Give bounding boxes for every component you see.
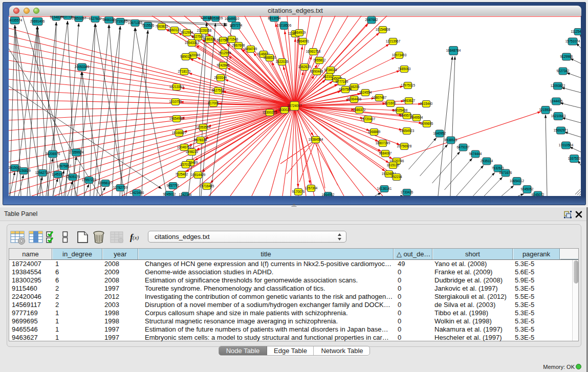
svg-text:10975857: 10975857: [57, 164, 72, 168]
svg-text:10807487: 10807487: [372, 96, 387, 99]
svg-text:10653267: 10653267: [72, 16, 86, 20]
svg-text:20364436: 20364436: [347, 97, 362, 101]
svg-text:16053809: 16053809: [208, 16, 223, 20]
svg-text:16961758: 16961758: [306, 50, 321, 53]
svg-text:1167533: 1167533: [568, 157, 581, 160]
svg-text:2935114: 2935114: [481, 159, 493, 163]
svg-text:1912954: 1912954: [219, 51, 231, 55]
svg-text:14035574: 14035574: [9, 18, 23, 22]
svg-text:13654923: 13654923: [400, 129, 415, 133]
svg-text:26206576: 26206576: [46, 152, 60, 156]
svg-text:1615132: 1615132: [387, 163, 400, 167]
svg-text:7955812: 7955812: [313, 58, 326, 62]
svg-text:3624554: 3624554: [359, 91, 372, 94]
svg-text:9245012: 9245012: [163, 192, 176, 196]
svg-text:7625402: 7625402: [176, 172, 188, 176]
svg-text:11156829: 11156829: [16, 169, 31, 172]
svg-text:20053346: 20053346: [75, 65, 90, 69]
svg-text:9463627: 9463627: [403, 99, 416, 102]
svg-text:10671385: 10671385: [128, 21, 143, 25]
svg-text:1242344: 1242344: [179, 193, 192, 196]
svg-text:10782759: 10782759: [113, 186, 128, 189]
svg-text:2603144: 2603144: [214, 76, 227, 79]
svg-text:8813054: 8813054: [268, 16, 281, 20]
svg-text:9777169: 9777169: [336, 80, 349, 83]
svg-text:1733426: 1733426: [401, 190, 413, 194]
svg-text:9684067: 9684067: [379, 151, 392, 155]
svg-text:18807249: 18807249: [376, 141, 390, 145]
svg-text:7663822: 7663822: [156, 25, 168, 28]
svg-text:19218506: 19218506: [277, 24, 292, 27]
svg-text:1362635: 1362635: [298, 65, 311, 69]
svg-text:9245072: 9245072: [532, 193, 545, 196]
svg-text:10719185: 10719185: [113, 19, 128, 23]
svg-text:14136141: 14136141: [377, 187, 392, 190]
svg-text:10543362: 10543362: [185, 41, 200, 45]
svg-text:17957223: 17957223: [82, 178, 97, 182]
svg-text:15720407: 15720407: [361, 117, 376, 121]
svg-text:12942737: 12942737: [35, 171, 50, 174]
svg-text:16914409: 16914409: [191, 173, 206, 177]
svg-text:15300275: 15300275: [263, 111, 277, 114]
svg-text:9474444: 9474444: [469, 152, 482, 156]
svg-text:9615440: 9615440: [420, 102, 433, 105]
svg-text:(x): (x): [133, 234, 139, 241]
svg-text:1588520: 1588520: [264, 56, 276, 59]
svg-text:19384554: 19384554: [309, 138, 323, 141]
svg-text:8990448: 8990448: [311, 70, 323, 73]
svg-text:1068869: 1068869: [368, 130, 381, 134]
svg-text:1849504: 1849504: [410, 116, 423, 119]
svg-text:8660123: 8660123: [168, 28, 181, 32]
svg-text:8471676: 8471676: [499, 171, 512, 174]
svg-text:9734028: 9734028: [324, 68, 337, 72]
svg-text:3215938: 3215938: [539, 108, 552, 112]
svg-text:16848784: 16848784: [446, 49, 461, 52]
svg-text:752234: 752234: [391, 175, 402, 179]
svg-text:10958127: 10958127: [98, 181, 113, 185]
svg-text:2718170: 2718170: [178, 70, 191, 73]
svg-text:10025438: 10025438: [393, 108, 408, 112]
svg-text:15692971: 15692971: [554, 128, 569, 132]
svg-text:23226058: 23226058: [197, 29, 212, 32]
svg-text:12213363: 12213363: [169, 85, 184, 89]
svg-text:12353594: 12353594: [196, 125, 211, 129]
svg-text:8427512: 8427512: [212, 89, 225, 92]
svg-text:16210643: 16210643: [551, 114, 566, 118]
svg-text:2867608: 2867608: [232, 43, 245, 47]
svg-text:157013: 157013: [180, 163, 191, 166]
svg-text:15751074: 15751074: [565, 39, 580, 43]
svg-text:11125419: 11125419: [571, 30, 581, 33]
svg-text:12093822: 12093822: [551, 84, 565, 87]
svg-text:8938923: 8938923: [445, 138, 458, 142]
svg-text:2386372: 2386372: [353, 108, 366, 112]
svg-text:18724007: 18724007: [287, 104, 302, 107]
svg-text:17975115: 17975115: [401, 83, 415, 87]
svg-text:989013: 989013: [180, 55, 191, 58]
svg-text:20756928: 20756928: [397, 144, 412, 148]
svg-text:1145191: 1145191: [52, 172, 64, 176]
svg-text:817006: 817006: [208, 101, 219, 105]
svg-text:3864091: 3864091: [297, 39, 310, 43]
svg-text:20691406: 20691406: [30, 19, 45, 23]
svg-text:7515526: 7515526: [142, 24, 155, 27]
svg-text:1322035: 1322035: [276, 60, 289, 63]
svg-text:1498222: 1498222: [186, 150, 199, 154]
svg-text:9170076: 9170076: [292, 190, 305, 193]
svg-text:19654988: 19654988: [169, 117, 184, 120]
svg-text:1530027: 1530027: [278, 108, 291, 112]
svg-text:10654112: 10654112: [510, 179, 524, 183]
svg-text:12505175: 12505175: [66, 175, 80, 179]
svg-text:3912954: 3912954: [181, 31, 193, 34]
svg-text:1327602: 1327602: [89, 17, 102, 20]
svg-text:1064952: 1064952: [322, 193, 335, 196]
svg-text:9227342: 9227342: [557, 69, 570, 73]
svg-text:9245052: 9245052: [521, 187, 534, 191]
svg-text:1640952: 1640952: [433, 132, 446, 135]
svg-text:9242845: 9242845: [217, 63, 230, 67]
svg-text:5578334: 5578334: [194, 138, 207, 142]
svg-text:9129966: 9129966: [560, 55, 573, 58]
svg-text:8454749: 8454749: [245, 47, 257, 51]
svg-text:1257304: 1257304: [305, 186, 318, 190]
svg-text:7485063: 7485063: [398, 67, 411, 71]
svg-text:6479197: 6479197: [457, 145, 470, 149]
